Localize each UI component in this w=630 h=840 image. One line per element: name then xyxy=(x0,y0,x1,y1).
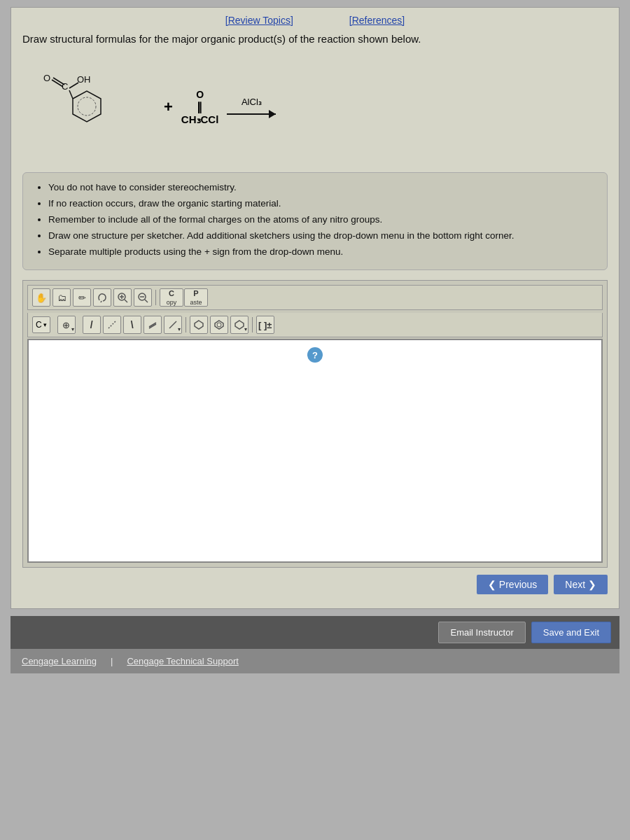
footer: Cengage Learning | Cengage Technical Sup… xyxy=(10,649,620,673)
hand-tool[interactable]: ✋ xyxy=(32,288,50,307)
svg-text:C: C xyxy=(62,81,68,92)
element-dropdown[interactable]: C xyxy=(32,316,50,333)
copy-paste-group: C opy P aste xyxy=(160,288,208,307)
dotted-bond[interactable] xyxy=(103,316,121,334)
svg-text:O: O xyxy=(43,73,50,83)
references-link[interactable]: [References] xyxy=(349,15,405,26)
email-instructor-button[interactable]: Email Instructor xyxy=(438,622,525,643)
help-button[interactable]: ? xyxy=(307,347,323,363)
svg-marker-22 xyxy=(215,321,223,329)
sketcher-canvas[interactable]: ? xyxy=(27,339,603,563)
sketcher-container: ✋ 🗂 ✏ C opy P aste xyxy=(22,280,608,568)
svg-line-15 xyxy=(145,300,148,302)
reagent-ch3ccl: O ‖ CH₃CCl xyxy=(181,89,219,126)
copy-button[interactable]: C opy xyxy=(160,288,183,307)
next-button[interactable]: Next ❯ xyxy=(554,575,608,594)
bracket-tool[interactable]: [ ]± xyxy=(256,316,274,334)
cengage-learning-link[interactable]: Cengage Learning xyxy=(22,656,97,666)
svg-text:OH: OH xyxy=(77,74,91,85)
review-topics-link[interactable]: [Review Topics] xyxy=(225,15,293,26)
reactant-molecule: O C OH xyxy=(36,60,134,154)
cengage-support-link[interactable]: Cengage Technical Support xyxy=(127,656,239,666)
paste-button[interactable]: P aste xyxy=(184,288,208,307)
bond-dropdown[interactable] xyxy=(164,316,182,334)
svg-line-9 xyxy=(101,301,102,302)
catalyst-label: AlCl₃ xyxy=(241,97,262,107)
ring-tool-2[interactable] xyxy=(210,316,228,334)
sketcher-toolbar-row2: C ⊕ / \ [ xyxy=(27,313,603,337)
svg-point-7 xyxy=(78,97,96,115)
svg-marker-21 xyxy=(195,321,203,329)
question-text: Draw structural formulas for the major o… xyxy=(22,33,608,45)
instruction-1: You do not have to consider stereochemis… xyxy=(48,181,596,195)
bottom-action-bar: Email Instructor Save and Exit xyxy=(10,616,620,649)
instruction-5: Separate multiple products using the + s… xyxy=(48,246,596,259)
svg-line-8 xyxy=(69,90,73,99)
instruction-2: If no reaction occurs, draw the organic … xyxy=(48,197,596,211)
instruction-4: Draw one structure per sketcher. Add add… xyxy=(48,230,596,243)
svg-marker-24 xyxy=(235,321,244,329)
svg-line-11 xyxy=(125,300,127,302)
previous-button[interactable]: ❮ Previous xyxy=(477,575,548,594)
plus-sign: + xyxy=(164,98,173,116)
eraser-tool[interactable]: ✏ xyxy=(73,288,91,307)
svg-line-20 xyxy=(169,321,176,328)
select-tool[interactable]: 🗂 xyxy=(52,288,71,307)
instruction-3: Remember to include all of the formal ch… xyxy=(48,214,596,227)
back-slash-bond[interactable]: \ xyxy=(123,316,141,334)
instructions-box: You do not have to consider stereochemis… xyxy=(22,172,608,270)
double-bond[interactable] xyxy=(144,316,162,334)
plus-dropdown[interactable]: ⊕ xyxy=(57,316,76,334)
zoom-in-tool[interactable] xyxy=(113,288,132,307)
save-and-exit-button[interactable]: Save and Exit xyxy=(531,622,611,643)
zoom-out-tool[interactable] xyxy=(134,288,152,307)
sketcher-toolbar-row1: ✋ 🗂 ✏ C opy P aste xyxy=(27,285,603,310)
svg-marker-6 xyxy=(73,91,101,122)
svg-point-23 xyxy=(217,323,221,327)
footer-separator: | xyxy=(111,656,113,666)
reaction-arrow: AlCl₃ xyxy=(227,97,276,118)
nav-buttons: ❮ Previous Next ❯ xyxy=(22,575,608,594)
single-bond[interactable]: / xyxy=(83,316,101,334)
lasso-tool[interactable] xyxy=(93,288,111,307)
svg-line-17 xyxy=(108,321,115,328)
ring-tool[interactable] xyxy=(190,316,208,334)
ring-dropdown[interactable] xyxy=(230,316,248,334)
reaction-area: O C OH + O ‖ CH₃CCl xyxy=(22,53,608,161)
